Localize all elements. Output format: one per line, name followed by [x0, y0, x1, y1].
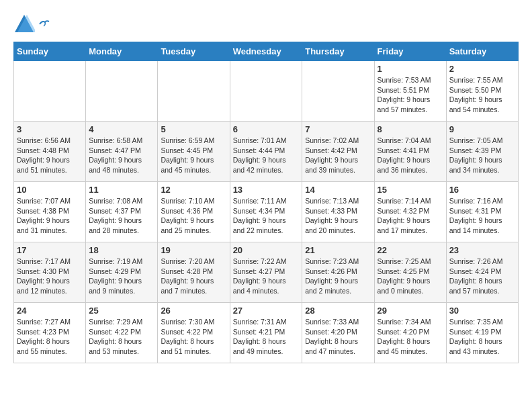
- calendar-table: SundayMondayTuesdayWednesdayThursdayFrid…: [13, 42, 519, 363]
- day-number: 1: [378, 64, 443, 74]
- calendar-cell: 17Sunrise: 7:17 AMSunset: 4:30 PMDayligh…: [14, 242, 86, 303]
- calendar-cell: 19Sunrise: 7:20 AMSunset: 4:28 PMDayligh…: [158, 242, 230, 303]
- calendar-cell: 23Sunrise: 7:26 AMSunset: 4:24 PMDayligh…: [446, 242, 518, 303]
- day-info: Sunrise: 7:02 AMSunset: 4:42 PMDaylight:…: [305, 136, 371, 175]
- day-info: Sunrise: 7:17 AMSunset: 4:30 PMDaylight:…: [17, 257, 83, 296]
- day-info: Sunrise: 7:08 AMSunset: 4:37 PMDaylight:…: [89, 196, 154, 236]
- calendar-cell: [158, 61, 230, 122]
- calendar-cell: [230, 61, 302, 122]
- calendar-cell: 18Sunrise: 7:19 AMSunset: 4:29 PMDayligh…: [86, 242, 158, 303]
- day-info: Sunrise: 7:27 AMSunset: 4:23 PMDaylight:…: [17, 317, 83, 357]
- day-info: Sunrise: 7:20 AMSunset: 4:28 PMDaylight:…: [161, 257, 226, 296]
- day-number: 19: [161, 245, 226, 255]
- day-number: 7: [305, 124, 371, 134]
- calendar-cell: 29Sunrise: 7:34 AMSunset: 4:20 PMDayligh…: [374, 303, 446, 363]
- day-number: 13: [233, 185, 300, 195]
- day-info: Sunrise: 7:55 AMSunset: 5:50 PMDaylight:…: [449, 75, 515, 115]
- calendar-cell: 30Sunrise: 7:35 AMSunset: 4:19 PMDayligh…: [446, 303, 518, 363]
- day-of-week-header: Friday: [374, 42, 446, 61]
- day-number: 15: [378, 185, 443, 195]
- calendar-cell: 10Sunrise: 7:07 AMSunset: 4:38 PMDayligh…: [14, 182, 86, 242]
- day-number: 16: [449, 185, 515, 195]
- day-number: 4: [89, 124, 154, 134]
- calendar-cell: 26Sunrise: 7:30 AMSunset: 4:22 PMDayligh…: [158, 303, 230, 363]
- day-info: Sunrise: 7:11 AMSunset: 4:34 PMDaylight:…: [233, 196, 300, 236]
- day-info: Sunrise: 7:33 AMSunset: 4:20 PMDaylight:…: [305, 317, 371, 357]
- day-info: Sunrise: 7:16 AMSunset: 4:31 PMDaylight:…: [449, 196, 515, 236]
- day-number: 30: [449, 306, 515, 316]
- day-of-week-header: Wednesday: [230, 42, 302, 61]
- calendar-cell: 13Sunrise: 7:11 AMSunset: 4:34 PMDayligh…: [230, 182, 302, 242]
- calendar-cell: 8Sunrise: 7:04 AMSunset: 4:41 PMDaylight…: [374, 122, 446, 182]
- day-info: Sunrise: 7:53 AMSunset: 5:51 PMDaylight:…: [378, 75, 443, 115]
- day-number: 8: [378, 124, 443, 134]
- day-info: Sunrise: 7:30 AMSunset: 4:22 PMDaylight:…: [161, 317, 226, 357]
- day-info: Sunrise: 7:34 AMSunset: 4:20 PMDaylight:…: [378, 317, 443, 357]
- calendar-cell: [302, 61, 374, 122]
- calendar-cell: 28Sunrise: 7:33 AMSunset: 4:20 PMDayligh…: [302, 303, 374, 363]
- day-number: 20: [233, 245, 300, 255]
- calendar-cell: 24Sunrise: 7:27 AMSunset: 4:23 PMDayligh…: [14, 303, 86, 363]
- day-info: Sunrise: 7:19 AMSunset: 4:29 PMDaylight:…: [89, 257, 154, 296]
- day-info: Sunrise: 7:14 AMSunset: 4:32 PMDaylight:…: [378, 196, 443, 236]
- calendar-cell: 3Sunrise: 6:56 AMSunset: 4:48 PMDaylight…: [14, 122, 86, 182]
- day-number: 14: [305, 185, 371, 195]
- day-number: 21: [305, 245, 371, 255]
- day-info: Sunrise: 7:04 AMSunset: 4:41 PMDaylight:…: [378, 136, 443, 175]
- logo-bird-icon: [38, 19, 50, 29]
- calendar-cell: 21Sunrise: 7:23 AMSunset: 4:26 PMDayligh…: [302, 242, 374, 303]
- day-info: Sunrise: 7:07 AMSunset: 4:38 PMDaylight:…: [17, 196, 83, 236]
- day-number: 5: [161, 124, 226, 134]
- day-number: 17: [17, 245, 83, 255]
- day-info: Sunrise: 7:23 AMSunset: 4:26 PMDaylight:…: [305, 257, 371, 296]
- day-number: 2: [449, 64, 515, 74]
- day-info: Sunrise: 6:59 AMSunset: 4:45 PMDaylight:…: [161, 136, 226, 175]
- day-info: Sunrise: 7:10 AMSunset: 4:36 PMDaylight:…: [161, 196, 226, 236]
- day-of-week-header: Saturday: [446, 42, 518, 61]
- calendar-cell: 14Sunrise: 7:13 AMSunset: 4:33 PMDayligh…: [302, 182, 374, 242]
- calendar-cell: 7Sunrise: 7:02 AMSunset: 4:42 PMDaylight…: [302, 122, 374, 182]
- day-info: Sunrise: 7:25 AMSunset: 4:25 PMDaylight:…: [378, 257, 443, 296]
- day-info: Sunrise: 7:31 AMSunset: 4:21 PMDaylight:…: [233, 317, 300, 357]
- calendar-cell: 5Sunrise: 6:59 AMSunset: 4:45 PMDaylight…: [158, 122, 230, 182]
- day-of-week-header: Tuesday: [158, 42, 230, 61]
- day-info: Sunrise: 6:58 AMSunset: 4:47 PMDaylight:…: [89, 136, 154, 175]
- calendar-cell: 22Sunrise: 7:25 AMSunset: 4:25 PMDayligh…: [374, 242, 446, 303]
- calendar-cell: 2Sunrise: 7:55 AMSunset: 5:50 PMDaylight…: [446, 61, 518, 122]
- logo-icon: [13, 13, 35, 35]
- calendar-cell: 12Sunrise: 7:10 AMSunset: 4:36 PMDayligh…: [158, 182, 230, 242]
- calendar-cell: 11Sunrise: 7:08 AMSunset: 4:37 PMDayligh…: [86, 182, 158, 242]
- day-number: 27: [233, 306, 300, 316]
- day-number: 28: [305, 306, 371, 316]
- day-number: 29: [378, 306, 443, 316]
- calendar-cell: 25Sunrise: 7:29 AMSunset: 4:22 PMDayligh…: [86, 303, 158, 363]
- day-number: 22: [378, 245, 443, 255]
- day-number: 10: [17, 185, 83, 195]
- day-info: Sunrise: 7:01 AMSunset: 4:44 PMDaylight:…: [233, 136, 300, 175]
- calendar-cell: 6Sunrise: 7:01 AMSunset: 4:44 PMDaylight…: [230, 122, 302, 182]
- day-number: 12: [161, 185, 226, 195]
- calendar-cell: 4Sunrise: 6:58 AMSunset: 4:47 PMDaylight…: [86, 122, 158, 182]
- day-number: 3: [17, 124, 83, 134]
- day-info: Sunrise: 7:35 AMSunset: 4:19 PMDaylight:…: [449, 317, 515, 357]
- day-number: 26: [161, 306, 226, 316]
- day-number: 24: [17, 306, 83, 316]
- day-number: 6: [233, 124, 300, 134]
- calendar-cell: 16Sunrise: 7:16 AMSunset: 4:31 PMDayligh…: [446, 182, 518, 242]
- day-info: Sunrise: 7:13 AMSunset: 4:33 PMDaylight:…: [305, 196, 371, 236]
- day-number: 25: [89, 306, 154, 316]
- calendar-cell: [14, 61, 86, 122]
- day-info: Sunrise: 7:29 AMSunset: 4:22 PMDaylight:…: [89, 317, 154, 357]
- logo: [13, 13, 50, 35]
- day-info: Sunrise: 7:22 AMSunset: 4:27 PMDaylight:…: [233, 257, 300, 296]
- day-info: Sunrise: 7:26 AMSunset: 4:24 PMDaylight:…: [449, 257, 515, 296]
- calendar-cell: 1Sunrise: 7:53 AMSunset: 5:51 PMDaylight…: [374, 61, 446, 122]
- day-of-week-header: Monday: [86, 42, 158, 61]
- calendar-cell: [86, 61, 158, 122]
- calendar-cell: 9Sunrise: 7:05 AMSunset: 4:39 PMDaylight…: [446, 122, 518, 182]
- day-of-week-header: Sunday: [14, 42, 86, 61]
- day-number: 9: [449, 124, 515, 134]
- calendar-cell: 20Sunrise: 7:22 AMSunset: 4:27 PMDayligh…: [230, 242, 302, 303]
- day-number: 18: [89, 245, 154, 255]
- page-header: [13, 13, 519, 35]
